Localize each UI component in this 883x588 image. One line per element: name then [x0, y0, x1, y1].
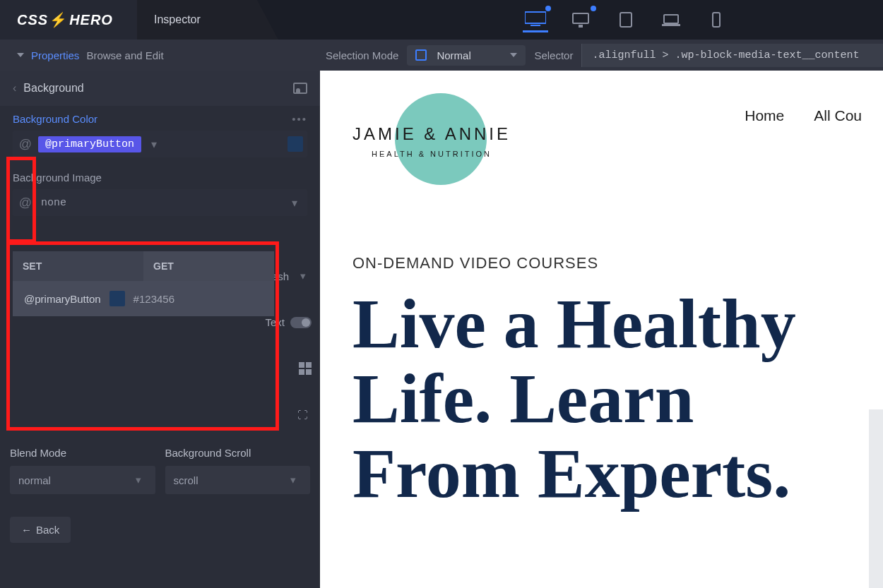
- chevron-down-icon: [510, 53, 517, 57]
- selection-mode-label: Selection Mode: [326, 49, 398, 61]
- property-bg-image: Background Image @ none ▾: [0, 164, 320, 223]
- main-area: ‹Background Background Color••• @ @prima…: [0, 71, 883, 588]
- device-desktop-large[interactable]: [523, 7, 548, 32]
- bg-color-input[interactable]: @ @primaryButton ▾: [13, 131, 307, 157]
- brand-text: JAMIE & ANNIE HEALTH & NUTRITION: [352, 124, 511, 158]
- grid-button[interactable]: [299, 362, 312, 375]
- bg-color-label: Background Color•••: [13, 113, 307, 125]
- svg-rect-3: [579, 25, 583, 28]
- color-swatch[interactable]: [288, 136, 303, 152]
- device-phone[interactable]: [704, 7, 729, 32]
- selection-mode-value: Normal: [437, 49, 504, 61]
- inspector-tab[interactable]: Inspector: [137, 0, 278, 40]
- property-bg-color: Background Color••• @ @primaryButton ▾: [0, 106, 320, 164]
- hero-eyebrow: ON-DEMAND VIDEO COURSES: [352, 254, 851, 272]
- chevron-down-icon[interactable]: ▾: [151, 138, 157, 151]
- expand-button[interactable]: ⛶: [297, 409, 312, 423]
- device-tablet[interactable]: [613, 7, 639, 32]
- svg-rect-2: [573, 13, 588, 23]
- bolt-icon: ⚡: [49, 11, 68, 28]
- preview-sidebar-strip: [869, 409, 883, 588]
- bottom-controls: Blend Mode normal▾ Background Scroll scr…: [10, 447, 310, 543]
- top-bar: CSS⚡HERO Inspector: [0, 0, 883, 40]
- svg-rect-1: [531, 25, 540, 26]
- properties-link[interactable]: Properties: [31, 49, 79, 61]
- annotation-box-1: [6, 157, 36, 243]
- selector-label: Selector: [534, 49, 573, 61]
- logo-text: CSS: [17, 12, 48, 28]
- dual-select-row: Blend Mode normal▾ Background Scroll scr…: [10, 447, 310, 494]
- inspector-label: Inspector: [154, 13, 201, 26]
- sub-bar: Properties Browse and Edit Selection Mod…: [0, 40, 883, 71]
- selector-input[interactable]: .alignfull > .wp-block-media-text__conte…: [581, 44, 883, 67]
- browse-edit-text: Browse and Edit: [86, 49, 163, 61]
- section-title: Background: [23, 82, 83, 95]
- preview-pane: JAMIE & ANNIE HEALTH & NUTRITION Home Al…: [320, 71, 883, 588]
- hero-section: ON-DEMAND VIDEO COURSES Live a Healthy L…: [352, 254, 851, 511]
- expand-icon: ⛶: [297, 409, 312, 423]
- nav-courses[interactable]: All Cou: [814, 107, 862, 124]
- svg-rect-5: [664, 15, 678, 23]
- bg-scroll-select[interactable]: scroll▾: [165, 466, 311, 494]
- logo-tab[interactable]: CSS⚡HERO: [0, 0, 137, 40]
- selection-icon: [415, 49, 427, 61]
- chevron-down-icon[interactable]: ▾: [292, 196, 297, 210]
- svg-rect-6: [662, 24, 680, 26]
- image-icon[interactable]: [293, 83, 307, 94]
- section-header-background[interactable]: ‹Background: [0, 71, 320, 106]
- nav-home[interactable]: Home: [745, 107, 784, 124]
- chevron-left-icon: ‹: [13, 82, 16, 95]
- sidebar-panel: ‹Background Background Color••• @ @prima…: [0, 71, 320, 588]
- at-icon: @: [17, 137, 34, 152]
- bg-scroll-group: Background Scroll scroll▾: [165, 447, 311, 494]
- toggle-icon: [290, 317, 312, 328]
- subbar-left: Properties Browse and Edit: [0, 49, 320, 61]
- svg-rect-7: [713, 13, 720, 27]
- device-switcher: [523, 0, 729, 40]
- hero-headline: Live a Healthy Life. Learn From Experts.: [352, 287, 851, 511]
- annotation-box-2: [6, 241, 279, 431]
- blend-mode-select[interactable]: normal▾: [10, 466, 155, 494]
- chevron-down-icon[interactable]: [17, 53, 24, 57]
- svg-rect-4: [620, 13, 632, 27]
- bg-scroll-label: Background Scroll: [165, 447, 311, 459]
- brand-name: JAMIE & ANNIE: [352, 124, 511, 144]
- bg-image-input[interactable]: @ none ▾: [13, 189, 307, 216]
- grid-icon: [299, 362, 312, 375]
- selection-mode-dropdown[interactable]: Normal: [407, 45, 526, 66]
- blend-mode-label: Blend Mode: [10, 447, 155, 459]
- subbar-right: Selection Mode Normal Selector .alignful…: [320, 44, 883, 67]
- brand-tagline: HEALTH & NUTRITION: [352, 150, 511, 158]
- back-button[interactable]: ←Back: [10, 517, 71, 543]
- device-laptop[interactable]: [658, 7, 684, 32]
- variable-badge: @primaryButton: [38, 136, 141, 152]
- bg-image-value: none: [38, 197, 282, 209]
- nav-menu: Home All Cou: [745, 107, 862, 124]
- svg-rect-0: [525, 12, 546, 23]
- arrow-left-icon: ←: [21, 524, 32, 536]
- bg-image-label: Background Image: [13, 172, 307, 184]
- blend-mode-group: Blend Mode normal▾: [10, 447, 155, 494]
- device-desktop[interactable]: [568, 7, 593, 32]
- logo-suffix: HERO: [69, 12, 113, 28]
- more-icon[interactable]: •••: [292, 113, 307, 125]
